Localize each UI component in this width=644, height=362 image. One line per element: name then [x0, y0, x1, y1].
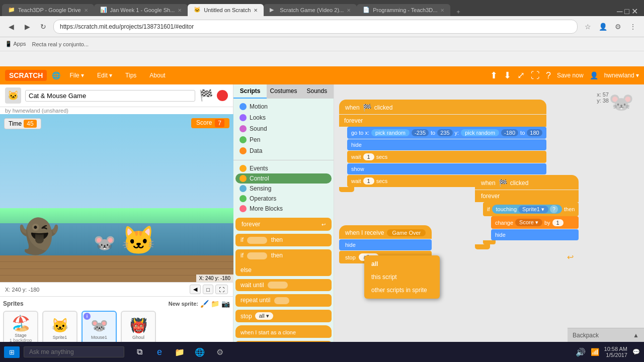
theater-icon[interactable]: ⛶: [531, 70, 540, 81]
sprite-stage[interactable]: 🏖️ Stage 1 backdrop: [3, 311, 38, 342]
backpack-bar[interactable]: Backpack ▲: [568, 328, 644, 342]
username[interactable]: hwnewland ▾: [604, 72, 639, 79]
stage-coords: X: 240 y: -180: [196, 275, 233, 282]
refresh-button[interactable]: ↻: [37, 21, 49, 33]
tab-video[interactable]: ▶ Scratch Game (Video 2)... ✕: [264, 4, 357, 16]
tab-close-1[interactable]: ✕: [84, 8, 88, 13]
cat-control[interactable]: Control: [235, 173, 332, 184]
taskbar-speaker-icon[interactable]: 🔊: [576, 347, 586, 357]
stop-button[interactable]: [217, 90, 228, 101]
sprite-ghoul[interactable]: 👹 Ghoul: [121, 311, 156, 342]
address-bar: ◀ ▶ ↻ ☆ 👤 ⚙ ⋮: [0, 16, 644, 37]
cat-looks[interactable]: Looks: [235, 113, 332, 123]
upload-icon[interactable]: ⬆: [490, 70, 498, 81]
start-button[interactable]: ⊞: [4, 346, 20, 358]
menu-file[interactable]: File ▾: [65, 70, 88, 81]
new-tab-button[interactable]: ＋: [452, 8, 464, 16]
tab-sheets[interactable]: 📊 Jan Week 1 - Google Sh... ✕: [94, 4, 188, 16]
tab-close-5[interactable]: ✕: [440, 8, 444, 13]
sprite-mouse1[interactable]: i 🐭 Mouse1: [82, 311, 117, 342]
project-name-input[interactable]: [25, 90, 195, 102]
save-now-button[interactable]: Save now: [557, 72, 584, 79]
paint-sprite-button[interactable]: 🖌️: [200, 300, 209, 308]
scratch-topbar: SCRATCH 🌐 File ▾ Edit ▾ Tips About ⬆ ⬇ ⤢…: [0, 66, 644, 84]
tab-programming[interactable]: 📄 Programming - Teach3D... ✕: [357, 4, 450, 16]
stage-panel: 🐱 🏁 by hwnewland (unshared): [0, 84, 233, 342]
tab-favicon-4: ▶: [270, 7, 277, 14]
menu-edit[interactable]: Edit ▾: [93, 70, 116, 81]
tab-scripts[interactable]: Scripts: [233, 84, 267, 99]
cat-data[interactable]: Data: [235, 146, 332, 156]
palette-stop-block[interactable]: stop all ▾: [235, 310, 332, 322]
score-label: Score: [196, 119, 212, 127]
scratch-globe-icon[interactable]: 🌐: [52, 71, 60, 79]
taskbar-notification-icon[interactable]: 💬: [632, 348, 640, 355]
tab-sounds[interactable]: Sounds: [300, 84, 334, 99]
timer-label: Time: [9, 120, 22, 127]
menu-tips[interactable]: Tips: [121, 70, 140, 81]
cat-operators[interactable]: Operators: [235, 194, 332, 204]
pen-dot: [239, 136, 247, 143]
if-else-else: else: [240, 266, 327, 274]
menu-icon[interactable]: ⋮: [627, 21, 639, 33]
menu-about[interactable]: About: [145, 70, 169, 81]
tab-close-2[interactable]: ✕: [178, 8, 182, 13]
back-button[interactable]: ◀: [5, 21, 17, 33]
tab-close-3[interactable]: ✕: [254, 8, 258, 13]
stop-dropdown[interactable]: all ▾: [255, 312, 273, 320]
wait-label-1: wait: [351, 154, 361, 160]
wait-condition-slot: [268, 282, 288, 289]
stop-dropdown-menu: all this script other scripts in sprite: [364, 255, 440, 299]
tab-teach3dp[interactable]: 📁 Teach3DP - Google Drive ✕: [2, 4, 94, 16]
palette-forever-block[interactable]: forever ↩: [235, 218, 332, 231]
tab-costumes[interactable]: Costumes: [267, 84, 300, 99]
palette-clone-start-block[interactable]: when I start as a clone: [235, 325, 332, 338]
tab-scratch[interactable]: 🐱 Untitled on Scratch ✕: [188, 4, 264, 16]
sprite-sprite1[interactable]: 🐱 Sprite1: [42, 311, 77, 342]
close-button[interactable]: ✕: [631, 7, 638, 16]
taskbar-file-explorer[interactable]: 📁: [171, 343, 189, 361]
taskbar-chrome[interactable]: 🌐: [191, 343, 209, 361]
user-avatar[interactable]: 👤: [590, 71, 598, 79]
normal-stage-button[interactable]: □: [203, 285, 213, 294]
cat-motion[interactable]: Motion: [235, 102, 332, 112]
taskbar-task-view[interactable]: ⧉: [130, 343, 148, 361]
bookmark-apps[interactable]: 📱 Apps: [5, 41, 26, 47]
forward-button[interactable]: ▶: [21, 21, 33, 33]
fullscreen-icon[interactable]: ⤢: [517, 70, 525, 81]
person-icon[interactable]: 👤: [597, 21, 609, 33]
taskbar-network-icon[interactable]: 📶: [591, 348, 599, 356]
stop-option-other-scripts[interactable]: other scripts in sprite: [364, 284, 440, 297]
palette-repeat-until-block[interactable]: repeat until: [235, 294, 332, 307]
taskbar-edge[interactable]: e: [150, 343, 169, 361]
green-flag-button[interactable]: 🏁: [199, 89, 213, 102]
upload-sprite-button[interactable]: 📁: [211, 300, 219, 308]
small-stage-button[interactable]: ◀: [190, 285, 201, 294]
taskbar-search-input[interactable]: [24, 346, 124, 357]
camera-sprite-button[interactable]: 📷: [221, 300, 230, 308]
taskbar-settings[interactable]: ⚙: [211, 343, 229, 361]
palette-if-else-block[interactable]: if then else: [235, 249, 332, 276]
cat-events-label: Events: [250, 165, 268, 172]
full-stage-button[interactable]: ⛶: [215, 285, 228, 294]
minimize-button[interactable]: ─: [617, 7, 622, 16]
palette-repeat-until-label: repeat until: [240, 297, 270, 304]
cat-more-blocks[interactable]: More Blocks: [235, 204, 332, 214]
cat-events[interactable]: Events: [235, 163, 332, 173]
cat-sensing[interactable]: Sensing: [235, 184, 332, 194]
url-input[interactable]: [53, 20, 578, 34]
cat-sound[interactable]: Sound: [235, 124, 332, 134]
cat-pen[interactable]: Pen: [235, 135, 332, 145]
extensions-icon[interactable]: ⚙: [612, 21, 624, 33]
stop-option-this-script[interactable]: this script: [364, 270, 440, 284]
stop-option-all[interactable]: all: [364, 257, 440, 270]
help-icon[interactable]: ?: [546, 70, 551, 81]
bookmark-star-icon[interactable]: ☆: [582, 21, 594, 33]
bookmark-recta[interactable]: Recta real y conjunto...: [32, 41, 89, 47]
palette-wait-until-block[interactable]: wait until: [235, 279, 332, 292]
workspace[interactable]: 🐭 x: 57 y: 38 when 🏁 clicked: [334, 84, 644, 342]
tab-close-4[interactable]: ✕: [347, 8, 351, 13]
maximize-button[interactable]: □: [624, 7, 629, 16]
download-icon[interactable]: ⬇: [504, 70, 511, 81]
palette-if-block[interactable]: if then: [235, 234, 332, 246]
